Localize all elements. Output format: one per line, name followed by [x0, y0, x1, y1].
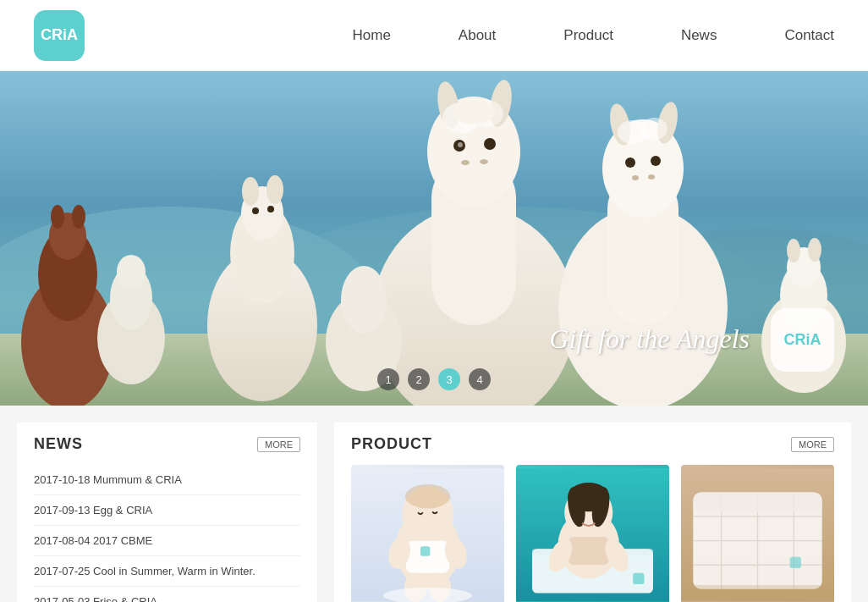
nav-contact[interactable]: Contact	[784, 27, 834, 44]
news-header: NEWS MORE	[34, 435, 300, 453]
svg-point-25	[461, 160, 470, 165]
logo-line1: CR	[41, 27, 63, 44]
svg-point-26	[480, 159, 488, 164]
svg-point-13	[242, 177, 259, 206]
svg-point-24	[458, 142, 463, 147]
news-section: NEWS MORE 2017-10-18 Mummum & CRIA 2017-…	[17, 423, 317, 602]
product-header: PRODUCT MORE	[351, 435, 834, 453]
svg-point-15	[252, 207, 259, 214]
logo-line2: iA	[63, 27, 78, 44]
news-item-5[interactable]: 2017-05-03 Friso & CRIA	[34, 587, 300, 602]
hero-logo-line2: iA	[806, 332, 821, 349]
news-title: NEWS	[34, 435, 83, 453]
header: CR iA Home About Product News Contact	[0, 0, 868, 71]
svg-rect-55	[406, 541, 449, 573]
svg-rect-56	[420, 546, 430, 555]
product-card-duvet[interactable]: Wool & Fabric Duvet	[681, 465, 834, 602]
news-item-1[interactable]: 2017-10-18 Mummum & CRIA	[34, 465, 300, 495]
logo[interactable]: CR iA	[34, 10, 85, 61]
svg-point-40	[640, 118, 667, 140]
product-grid: Singlet	[351, 465, 834, 602]
svg-point-48	[117, 255, 146, 289]
svg-rect-85	[790, 557, 801, 568]
svg-point-16	[267, 206, 274, 213]
svg-rect-86	[693, 585, 821, 592]
product-image-blanket	[516, 465, 669, 602]
svg-point-36	[651, 156, 661, 166]
news-item-3[interactable]: 2017-08-04 2017 CBME	[34, 526, 300, 556]
svg-point-35	[625, 157, 635, 168]
main-nav: Home About Product News Contact	[353, 27, 835, 44]
carousel-dot-4[interactable]: 4	[469, 368, 491, 390]
svg-rect-65	[633, 573, 644, 584]
svg-point-50	[341, 266, 387, 334]
hero-banner: Gift for the Angels CR iA 1 2 3 4	[0, 71, 868, 406]
svg-point-29	[453, 99, 495, 124]
nav-home[interactable]: Home	[353, 27, 391, 44]
product-title: PRODUCT	[351, 435, 432, 453]
svg-point-72	[593, 509, 600, 516]
svg-point-71	[577, 509, 584, 516]
svg-point-37	[632, 175, 639, 180]
carousel-dot-1[interactable]: 1	[377, 368, 399, 390]
svg-point-14	[266, 175, 283, 204]
svg-point-8	[51, 205, 64, 229]
main-content: NEWS MORE 2017-10-18 Mummum & CRIA 2017-…	[0, 406, 868, 602]
svg-point-23	[484, 138, 496, 150]
product-section: PRODUCT MORE	[334, 423, 851, 602]
product-more-button[interactable]: MORE	[791, 437, 834, 452]
svg-point-44	[787, 239, 800, 262]
news-item-4[interactable]: 2017-07-25 Cool in Summer, Warm in Winte…	[34, 556, 300, 587]
svg-point-45	[808, 238, 821, 262]
carousel-dot-2[interactable]: 2	[408, 368, 430, 390]
svg-point-54	[405, 484, 450, 509]
svg-rect-73	[568, 537, 610, 565]
product-image-duvet	[681, 465, 834, 602]
svg-point-9	[72, 205, 85, 229]
product-image-singlet	[351, 465, 504, 602]
nav-product[interactable]: Product	[563, 27, 613, 44]
news-more-button[interactable]: MORE	[257, 437, 300, 452]
nav-about[interactable]: About	[459, 27, 496, 44]
svg-point-38	[648, 174, 655, 179]
hero-tagline: Gift for the Angels	[549, 323, 750, 355]
product-card-singlet[interactable]: Singlet	[351, 465, 504, 602]
news-item-2[interactable]: 2017-09-13 Egg & CRIA	[34, 495, 300, 526]
carousel-dot-3[interactable]: 3	[438, 368, 460, 390]
hero-logo-line1: CR	[784, 332, 806, 349]
carousel-dots: 1 2 3 4	[377, 368, 491, 390]
hero-logo-watermark: CR iA	[771, 308, 834, 372]
product-card-blanket[interactable]: Merino Baby Blanket	[516, 465, 669, 602]
nav-news[interactable]: News	[681, 27, 717, 44]
svg-rect-84	[693, 492, 821, 512]
